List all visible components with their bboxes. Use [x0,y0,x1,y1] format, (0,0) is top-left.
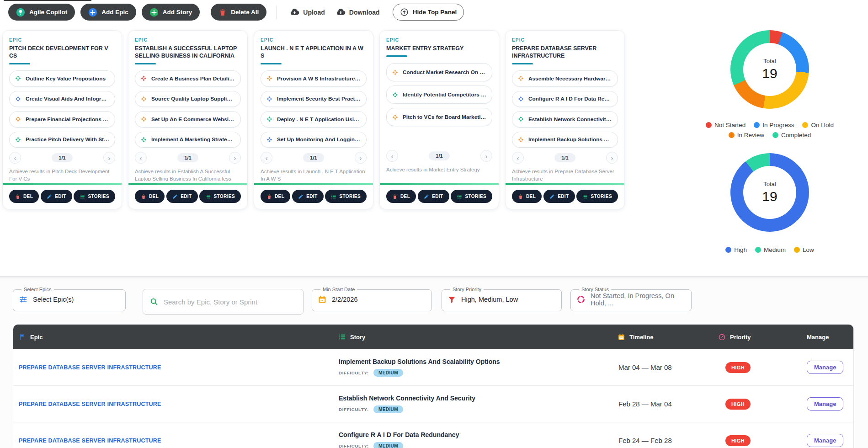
manage-button[interactable]: Manage [807,361,843,374]
pager-prev-button[interactable]: ‹ [512,152,524,164]
pager-next-button[interactable]: › [480,150,492,162]
story-status-filter[interactable]: Story Status Not Started, In Progress, O… [570,287,692,311]
epic-progress-line [506,183,624,185]
del-label: DEL [149,194,159,199]
story-chip-label: Source Quality Laptop Suppliers An... [151,96,235,102]
story-diamond-icon [392,114,398,120]
search-input[interactable] [164,298,292,306]
del-button[interactable]: DEL [9,190,39,203]
pager-prev-button[interactable]: ‹ [261,152,272,164]
story-chip-label: Assemble Necessary Hardware Co... [528,75,612,82]
epic-link[interactable]: PREPARE DATABASE SERVER INFRASTRUCTURE [13,437,333,444]
pager-next-button[interactable]: › [606,152,618,164]
del-button[interactable]: DEL [386,190,416,203]
timeline-value: Mar 04 — Mar 08 [612,363,713,371]
story-chip[interactable]: Establish Network Connectivity An... [512,111,618,128]
list-icon [339,333,346,341]
story-chip[interactable]: Practice Pitch Delivery With Stakeh... [9,132,115,148]
flag-icon [19,333,26,341]
pager-next-button[interactable]: › [355,152,367,164]
story-chip[interactable]: Create Visual Aids And Infographics [9,91,115,107]
edit-button[interactable]: EDIT [418,190,449,203]
upload-button[interactable]: Upload [287,7,327,17]
stories-button[interactable]: STORIES [325,190,367,203]
story-chip[interactable]: Pitch to VCs for Board Marketing [386,108,492,126]
donut-total-value: 19 [762,66,777,81]
priority-badge: HIGH [725,435,751,446]
story-chip[interactable]: Deploy . N E T Application Using Ela... [261,111,367,128]
story-status-value: Not Started, In Progress, On Hold, ... [591,292,686,307]
epic-title: MARKET ENTRY STRATEGY [386,45,492,52]
story-chip[interactable]: Prepare Financial Projections And ... [9,111,115,128]
del-label: DEL [275,194,284,199]
story-chip-label: Prepare Financial Projections And ... [26,116,109,123]
stories-button[interactable]: STORIES [451,190,492,203]
table-header: Epic Story Timeline Priority Manage [13,325,853,349]
del-button[interactable]: DEL [512,190,542,203]
story-chip[interactable]: Set Up An E Commerce Website An... [135,111,241,128]
story-chip[interactable]: Implement A Marketing Strategy To... [135,132,241,148]
manage-cell: Manage [795,361,853,374]
difficulty-row: DIFFICULTY: MEDIUM [339,405,612,413]
edit-button[interactable]: EDIT [41,190,72,203]
story-chip[interactable]: Implement Backup Solutions And S... [512,132,618,148]
edit-button[interactable]: EDIT [292,190,323,203]
min-start-date-filter[interactable]: Min Start Date 2/2/2026 [312,287,432,311]
agile-copilot-button[interactable]: Agile Copilot [8,4,75,21]
select-epics-filter[interactable]: Select Epics Select Epic(s) [13,287,126,311]
story-chip[interactable]: Configure R A I D For Data Redunda... [512,91,618,107]
manage-button[interactable]: Manage [807,397,843,411]
story-chip-label: Deploy . N E T Application Using Ela... [277,116,361,123]
legend-label: Medium [764,246,786,253]
legend-item: In Review [729,132,764,139]
hide-top-panel-button[interactable]: Hide Top Panel [393,4,464,21]
manage-button[interactable]: Manage [807,434,843,447]
add-story-button[interactable]: Add Story [142,4,200,21]
story-name: Configure R A I D For Data Redundancy [339,431,612,438]
del-button[interactable]: DEL [135,190,165,203]
story-chip[interactable]: Implement Security Best Practices ... [261,91,367,107]
epic-link[interactable]: PREPARE DATABASE SERVER INFRASTRUCTURE [13,401,333,407]
epic-link[interactable]: PREPARE DATABASE SERVER INFRASTRUCTURE [13,364,333,371]
pencil-icon [298,194,304,199]
story-chip[interactable]: Source Quality Laptop Suppliers An... [135,91,241,107]
story-priority-filter[interactable]: Story Priority High, Medium, Low [442,287,562,311]
pager-prev-button[interactable]: ‹ [135,152,147,164]
story-chip[interactable]: Set Up Monitoring And Logging For ... [261,132,367,148]
stories-button[interactable]: STORIES [576,190,618,203]
stories-button[interactable]: STORIES [199,190,241,203]
story-diamond-icon [266,137,272,143]
edit-label: EDIT [558,194,569,199]
pager-next-button[interactable]: › [229,152,241,164]
epic-progress-line [3,183,122,185]
story-chip[interactable]: Identify Potential Competitors In Th... [386,85,492,104]
pager-next-button[interactable]: › [103,152,115,164]
stories-button[interactable]: STORIES [74,190,115,203]
edit-button[interactable]: EDIT [166,190,197,203]
story-chip[interactable]: Assemble Necessary Hardware Co... [512,70,618,87]
epic-column-header: Epic [13,333,333,341]
story-chip-label: Implement A Marketing Strategy To... [151,136,235,143]
card-actions: DEL EDIT STORIES [512,190,618,203]
download-button[interactable]: Download [333,7,383,17]
pager-prev-button[interactable]: ‹ [9,152,21,164]
manage-column-label: Manage [807,334,829,341]
epic-kicker: EPIC [512,37,618,43]
pager-prev-button[interactable]: ‹ [386,150,398,162]
add-epic-button[interactable]: Add Epic [80,4,136,21]
legend-item: On Hold [802,122,834,128]
story-chip[interactable]: Outline Key Value Propositions [9,70,115,87]
difficulty-badge: MEDIUM [373,405,403,413]
delete-all-button[interactable]: Delete All [211,4,266,21]
del-button[interactable]: DEL [261,190,290,203]
legend-label: Low [803,246,814,253]
list-icon [205,194,211,199]
legend-label: In Review [737,132,764,139]
edit-button[interactable]: EDIT [543,190,575,203]
stories-label: STORIES [88,194,109,199]
list-icon [582,194,588,199]
story-chip[interactable]: Provision A W S Infrastructure For ... [261,70,367,87]
story-chip[interactable]: Create A Business Plan Detailing O... [135,70,241,87]
story-chip[interactable]: Conduct Market Research On Cons... [386,63,492,81]
story-name: Establish Network Connectivity And Secur… [339,395,612,402]
